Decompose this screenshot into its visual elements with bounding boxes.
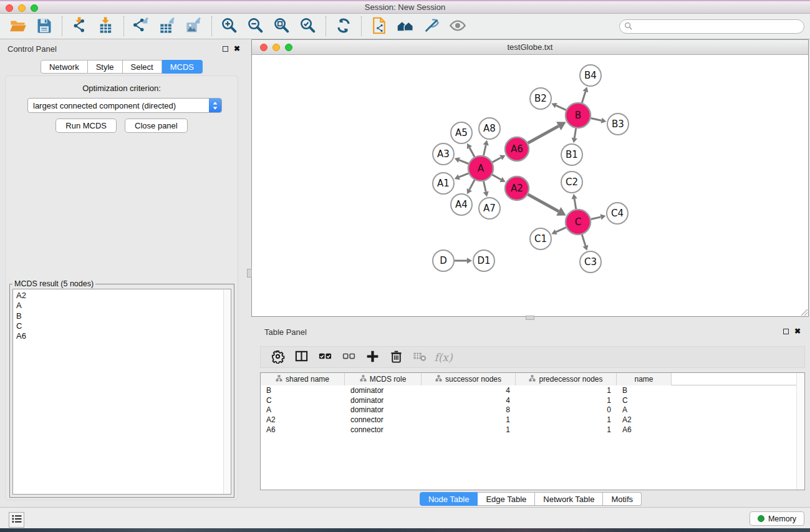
mcds-result-item[interactable]: C bbox=[16, 321, 231, 331]
search-input[interactable] bbox=[632, 21, 804, 32]
toolbar-separator bbox=[361, 16, 362, 36]
home-button[interactable] bbox=[392, 15, 418, 37]
edge-A-A6 bbox=[493, 158, 501, 162]
edge-A-A8 bbox=[483, 145, 486, 155]
graph-node-label: C1 bbox=[534, 233, 547, 244]
graph-node-label: D1 bbox=[477, 255, 490, 266]
split-view-button[interactable] bbox=[289, 348, 313, 367]
add-button[interactable] bbox=[360, 348, 384, 367]
settings-button[interactable] bbox=[266, 348, 289, 367]
graph-node-label: A5 bbox=[455, 127, 468, 138]
graph-node-label: A8 bbox=[483, 123, 496, 134]
float-panel-icon[interactable] bbox=[223, 46, 228, 52]
new-network-icon bbox=[370, 17, 388, 36]
close-panel-icon[interactable]: ✖ bbox=[234, 46, 240, 52]
close-panel-button[interactable]: Close panel bbox=[125, 118, 188, 133]
edge-A-A5 bbox=[470, 148, 475, 157]
edge-C-C1 bbox=[556, 228, 566, 232]
app-titlebar[interactable]: Session: New Session bbox=[0, 0, 810, 14]
toolbar-separator bbox=[62, 16, 62, 36]
open-button[interactable] bbox=[5, 15, 31, 37]
table-float-panel-icon[interactable] bbox=[783, 329, 789, 334]
run-mcds-button[interactable]: Run MCDS bbox=[55, 118, 117, 133]
network-canvas[interactable]: AA1A2A3A4A5A6A7A8BB1B2B3B4CC1C2C3C4DD1 bbox=[252, 55, 808, 316]
memory-button[interactable]: Memory bbox=[750, 511, 804, 526]
column-header-name[interactable]: name bbox=[617, 373, 672, 385]
table-cell: connector bbox=[345, 415, 422, 424]
new-network-button[interactable] bbox=[366, 15, 392, 37]
import-table-icon bbox=[97, 17, 115, 36]
eye-icon bbox=[449, 17, 466, 36]
table-row[interactable]: A6connector11A6 bbox=[261, 425, 804, 435]
export-table-button[interactable] bbox=[155, 15, 181, 37]
search-box[interactable] bbox=[619, 19, 804, 34]
column-header-mcds-role[interactable]: MCDS role bbox=[345, 373, 422, 385]
table-tab-edge-table[interactable]: Edge Table bbox=[478, 492, 535, 506]
table-tab-network-table[interactable]: Network Table bbox=[535, 492, 603, 506]
window-resize-grip[interactable] bbox=[800, 308, 808, 316]
edge-A-A7 bbox=[483, 181, 486, 192]
app-title: Session: New Session bbox=[0, 2, 810, 12]
task-history-button[interactable] bbox=[9, 512, 24, 528]
delete-button[interactable] bbox=[384, 348, 408, 367]
function-button[interactable]: f(x) bbox=[432, 348, 455, 367]
tab-select[interactable]: Select bbox=[123, 60, 162, 74]
column-header-predecessor-nodes[interactable]: predecessor nodes bbox=[516, 373, 617, 385]
zoom-in-button[interactable] bbox=[216, 15, 243, 37]
eye-button[interactable] bbox=[445, 15, 471, 37]
network-graph: AA1A2A3A4A5A6A7A8BB1B2B3B4CC1C2C3C4DD1 bbox=[252, 55, 808, 316]
split-view-icon bbox=[294, 349, 309, 365]
zoom-fit-button[interactable] bbox=[269, 15, 295, 37]
table-tab-node-table[interactable]: Node Table bbox=[420, 492, 478, 506]
table-row[interactable]: Adominator80A bbox=[261, 405, 804, 415]
edge-arrowhead bbox=[600, 214, 606, 220]
mcds-result-item[interactable]: B bbox=[16, 311, 231, 321]
tab-style[interactable]: Style bbox=[88, 60, 123, 74]
edge-A-A1 bbox=[459, 173, 468, 177]
table-row[interactable]: Bdominator41B bbox=[261, 385, 804, 395]
mcds-result-item[interactable]: A2 bbox=[16, 291, 231, 301]
column-label: successor nodes bbox=[445, 375, 501, 384]
zoom-out-button[interactable] bbox=[243, 15, 269, 37]
delete-icon bbox=[389, 349, 403, 365]
refresh-button[interactable] bbox=[330, 15, 357, 37]
edge-A6-B bbox=[528, 126, 559, 143]
control-panel-tabs: NetworkStyleSelectMCDS bbox=[0, 60, 243, 74]
edge-C-C2 bbox=[574, 199, 576, 209]
select-all-button[interactable] bbox=[313, 348, 337, 367]
table-tab-motifs[interactable]: Motifs bbox=[603, 492, 642, 506]
table-row[interactable]: A2connector11A2 bbox=[261, 415, 804, 425]
graph-node-label: B2 bbox=[534, 93, 547, 104]
delete-table-button[interactable] bbox=[408, 348, 432, 367]
export-image-button[interactable] bbox=[181, 15, 207, 37]
mcds-result-list[interactable]: A2ABCA6 bbox=[12, 289, 231, 495]
zoom-selected-button[interactable] bbox=[295, 15, 321, 37]
table-close-panel-icon[interactable]: ✖ bbox=[794, 328, 801, 334]
tab-mcds[interactable]: MCDS bbox=[162, 60, 203, 74]
edge-A2-C bbox=[528, 195, 559, 211]
column-header-shared-name[interactable]: shared name bbox=[261, 373, 345, 385]
deselect-all-button[interactable] bbox=[337, 348, 360, 367]
mcds-list-scrollbar[interactable] bbox=[223, 289, 231, 494]
attribute-tree-icon bbox=[435, 375, 442, 384]
tab-network[interactable]: Network bbox=[41, 60, 88, 74]
mcds-result-item[interactable]: A bbox=[16, 301, 231, 311]
desktop-horizontal-scrollbar[interactable] bbox=[526, 316, 534, 320]
network-window-titlebar[interactable]: testGlobe.txt bbox=[252, 40, 808, 55]
optimization-criterion-label: Optimization criterion: bbox=[6, 84, 238, 93]
annotations-button[interactable] bbox=[418, 15, 445, 37]
save-button[interactable] bbox=[31, 15, 57, 37]
mcds-result-item[interactable]: A6 bbox=[16, 331, 231, 341]
edge-B-B3 bbox=[591, 118, 602, 120]
table-scrollbar[interactable] bbox=[796, 373, 804, 490]
edge-C-C4 bbox=[591, 217, 600, 220]
export-network-button[interactable] bbox=[128, 15, 155, 37]
desktop-vertical-scrollbar[interactable] bbox=[247, 269, 252, 278]
graph-node-label: C3 bbox=[584, 256, 597, 268]
column-label: predecessor nodes bbox=[539, 375, 602, 384]
table-row[interactable]: Cdominator41C bbox=[261, 395, 804, 405]
import-table-button[interactable] bbox=[93, 15, 119, 37]
column-header-successor-nodes[interactable]: successor nodes bbox=[422, 373, 516, 385]
import-network-button[interactable] bbox=[67, 15, 93, 37]
criterion-select[interactable]: largest connected component (directed) bbox=[27, 98, 222, 113]
